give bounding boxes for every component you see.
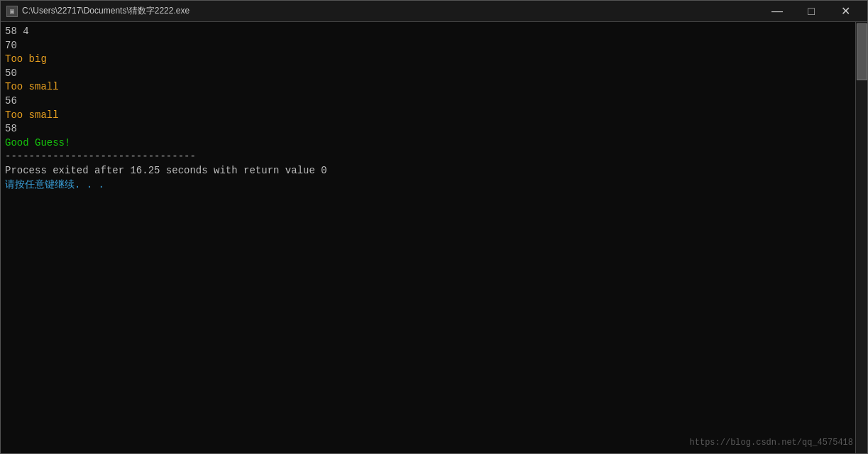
terminal-line: Good Guess!: [5, 136, 851, 151]
terminal-line: Too small: [5, 80, 851, 94]
watermark: https://blog.csdn.net/qq_4575418: [690, 438, 853, 448]
title-bar-left: ▣ C:\Users\22717\Documents\猜数字2222.exe: [6, 5, 189, 17]
app-icon: ▣: [6, 6, 18, 17]
window-controls: — □ ✕: [761, 1, 862, 22]
terminal-line: 58: [5, 122, 851, 136]
terminal-line: --------------------------------: [5, 150, 851, 164]
scrollbar[interactable]: [855, 22, 867, 453]
content-area: 58 470Too big50Too small56Too small58Goo…: [1, 22, 867, 453]
terminal-line: 70: [5, 39, 851, 53]
terminal-line: Too big: [5, 53, 851, 67]
scrollbar-thumb[interactable]: [857, 23, 867, 80]
title-bar: ▣ C:\Users\22717\Documents\猜数字2222.exe —…: [1, 1, 867, 22]
window: ▣ C:\Users\22717\Documents\猜数字2222.exe —…: [0, 0, 868, 454]
close-button[interactable]: ✕: [829, 1, 862, 22]
minimize-button[interactable]: —: [761, 1, 793, 22]
maximize-button[interactable]: □: [795, 1, 828, 22]
window-title: C:\Users\22717\Documents\猜数字2222.exe: [22, 5, 189, 17]
terminal-line: Too small: [5, 109, 851, 123]
terminal-line: 56: [5, 94, 851, 109]
terminal-line: 58 4: [5, 25, 851, 39]
terminal-line: Process exited after 16.25 seconds with …: [5, 164, 851, 178]
terminal-output: 58 470Too big50Too small56Too small58Goo…: [1, 22, 855, 453]
terminal-line: 请按任意键继续. . .: [5, 178, 851, 193]
terminal-line: 50: [5, 67, 851, 81]
